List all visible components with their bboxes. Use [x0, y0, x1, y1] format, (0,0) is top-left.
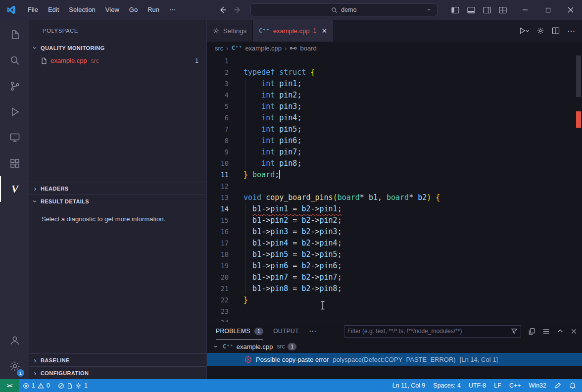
problems-status[interactable]: 1 0	[19, 379, 54, 392]
settings-gear-icon[interactable]: 1	[0, 353, 29, 379]
menu-more[interactable]: ⋯	[164, 3, 181, 16]
menu-edit[interactable]: Edit	[43, 3, 64, 16]
more-actions-icon[interactable]: ⋯	[567, 26, 575, 36]
status-c[interactable]: C++	[505, 379, 525, 392]
section-baseline[interactable]: › BASELINE	[29, 353, 206, 366]
chevron-down-icon[interactable]: ›	[425, 6, 433, 13]
menu-file[interactable]: File	[23, 3, 43, 16]
extensions-icon[interactable]	[0, 150, 29, 176]
run-or-debug-icon[interactable]	[519, 27, 529, 35]
line-number[interactable]: 8	[207, 135, 229, 147]
code-editor[interactable]: 12typedef struct {3 int pin1;4 int pin2;…	[207, 54, 582, 322]
line-number[interactable]: 1	[207, 55, 229, 67]
toggle-panel-icon[interactable]	[467, 6, 475, 14]
code-line[interactable]: 15 b1->pin2 = b2->pin2;	[207, 215, 582, 226]
code-line[interactable]: 17 b1->pin4 = b2->pin4;	[207, 238, 582, 249]
line-number[interactable]: 21	[207, 283, 229, 294]
file-item-example-cpp[interactable]: example.cpp src 1	[29, 54, 206, 67]
close-tab-icon[interactable]: ✕	[322, 27, 327, 35]
command-center-search[interactable]: demo ›	[250, 3, 437, 16]
line-number[interactable]: 4	[207, 90, 229, 101]
code-line[interactable]: 14 b1->pin1 = b2->pin1;	[207, 203, 582, 215]
code-line[interactable]: 19 b1->pin6 = b2->pin6;	[207, 260, 582, 272]
line-number[interactable]: 2	[207, 67, 229, 78]
explorer-icon[interactable]	[0, 22, 29, 48]
line-number[interactable]: 7	[207, 124, 229, 135]
line-number[interactable]: 23	[207, 306, 229, 317]
line-number[interactable]: 10	[207, 158, 229, 169]
notifications-bell-icon[interactable]	[565, 379, 580, 392]
breadcrumb-src[interactable]: src	[215, 45, 223, 52]
line-number[interactable]: 16	[207, 226, 229, 238]
line-number[interactable]: 24	[207, 317, 229, 322]
line-number[interactable]: 19	[207, 260, 229, 272]
status-spaces[interactable]: Spaces: 4	[429, 379, 465, 392]
minimize-button[interactable]	[514, 0, 536, 20]
close-panel-icon[interactable]	[571, 328, 577, 335]
line-number[interactable]: 9	[207, 147, 229, 158]
section-configuration[interactable]: › CONFIGURATION	[29, 366, 206, 379]
line-number[interactable]: 3	[207, 78, 229, 90]
code-line[interactable]: 21 b1->pin8 = b2->pin8;	[207, 283, 582, 294]
tab-problems[interactable]: PROBLEMS 1	[216, 322, 263, 340]
code-line[interactable]: 5 int pin3;	[207, 101, 582, 112]
line-number[interactable]: 22	[207, 294, 229, 306]
section-result-details[interactable]: › RESULT DETAILS	[29, 195, 206, 207]
maximize-button[interactable]	[536, 0, 559, 20]
breadcrumb-symbol[interactable]: board	[300, 45, 316, 52]
copy-all-icon[interactable]	[528, 328, 535, 335]
status-utf-8[interactable]: UTF-8	[465, 379, 490, 392]
remote-indicator[interactable]: ><	[0, 379, 19, 392]
line-number[interactable]: 13	[207, 192, 229, 203]
account-icon[interactable]	[0, 328, 29, 353]
go-back-icon[interactable]	[219, 6, 227, 14]
status-win32[interactable]: Win32	[525, 379, 550, 392]
toggle-sidebar-icon[interactable]	[451, 6, 459, 14]
toggle-secondary-sidebar-icon[interactable]	[483, 6, 491, 14]
line-number[interactable]: 14	[207, 203, 229, 215]
status-ln[interactable]: Ln 11, Col 9	[388, 379, 429, 392]
code-line[interactable]: 16 b1->pin3 = b2->pin3;	[207, 226, 582, 238]
code-line[interactable]: 6 int pin4;	[207, 112, 582, 124]
tab-example-cpp[interactable]: C⁺⁺ example.cpp 1 ✕	[253, 20, 333, 42]
code-line[interactable]: 11} board;	[207, 169, 582, 181]
code-line[interactable]: 9 int pin7;	[207, 147, 582, 158]
code-line[interactable]: 23	[207, 306, 582, 317]
code-line[interactable]: 24	[207, 317, 582, 322]
code-line[interactable]: 2typedef struct {	[207, 67, 582, 78]
menu-go[interactable]: Go	[124, 3, 143, 16]
problems-filter-input[interactable]	[347, 328, 511, 335]
source-control-icon[interactable]	[0, 73, 29, 99]
view-as-table-icon[interactable]	[542, 328, 550, 335]
section-quality-monitoring[interactable]: › QUALITY MONITORING	[29, 42, 206, 54]
go-forward-icon[interactable]	[234, 6, 242, 14]
code-line[interactable]: 12	[207, 181, 582, 192]
tab-output[interactable]: OUTPUT	[273, 322, 299, 340]
menu-selection[interactable]: Selection	[64, 3, 100, 16]
line-number[interactable]: 11	[207, 169, 229, 181]
code-line[interactable]: 4 int pin2;	[207, 90, 582, 101]
code-line[interactable]: 8 int pin6;	[207, 135, 582, 147]
polyspace-status[interactable]: 1	[54, 379, 92, 392]
maximize-panel-icon[interactable]	[557, 328, 564, 335]
problem-file-group[interactable]: › C⁺⁺ example.cpp src 1	[207, 340, 582, 353]
line-number[interactable]: 15	[207, 215, 229, 226]
feedback-icon[interactable]	[550, 379, 565, 392]
overview-ruler[interactable]	[575, 54, 582, 322]
menu-run[interactable]: Run	[143, 3, 164, 16]
code-line[interactable]: 18 b1->pin5 = b2->pin5;	[207, 249, 582, 260]
code-line[interactable]: 7 int pin5;	[207, 124, 582, 135]
customize-layout-icon[interactable]	[499, 6, 507, 14]
scrollbar-thumb[interactable]	[576, 55, 581, 97]
filter-funnel-icon[interactable]	[511, 328, 518, 335]
search-icon[interactable]	[0, 48, 29, 73]
remote-explorer-icon[interactable]	[0, 125, 29, 150]
menu-view[interactable]: View	[100, 3, 124, 16]
tab-settings[interactable]: Settings	[207, 20, 253, 42]
code-line[interactable]: 22}	[207, 294, 582, 306]
line-number[interactable]: 18	[207, 249, 229, 260]
line-number[interactable]: 12	[207, 181, 229, 192]
close-button[interactable]	[559, 0, 582, 20]
code-line[interactable]: 3 int pin1;	[207, 78, 582, 90]
line-number[interactable]: 6	[207, 112, 229, 124]
